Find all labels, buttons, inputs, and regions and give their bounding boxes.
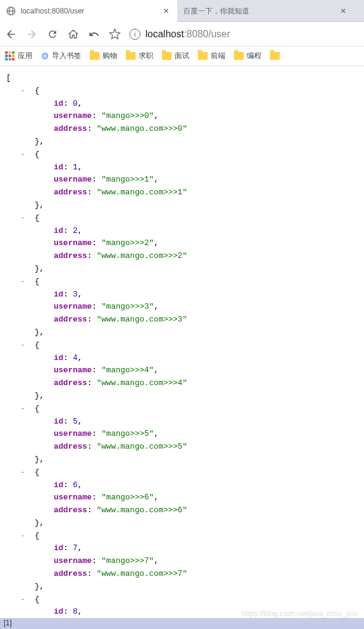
bookmark-label: 购物 [103,51,117,61]
bookmark-folder[interactable]: 编程 [234,51,261,61]
tab-title: 百度一下，你就知道 [183,6,333,17]
apps-icon [5,51,15,61]
undo-icon[interactable] [88,28,100,40]
tab-active[interactable]: localhost:8080/user ✕ [0,0,177,22]
url-host: localhost [145,29,184,39]
import-label: 导入书签 [52,51,81,61]
toolbar: i localhost:8080/user [0,22,364,46]
bookmark-label: 求职 [139,51,153,61]
import-bookmarks[interactable]: ⚙ 导入书签 [41,51,81,62]
folder-icon [270,52,280,60]
status-bar: [1] [0,618,364,629]
folder-icon [90,52,100,60]
tab-strip: localhost:8080/user ✕ 百度一下，你就知道 ✕ [0,0,364,22]
watermark: https://blog.csdn.net/java_miss_you [242,609,358,618]
folder-icon [126,52,136,60]
bookmarks-bar: 应用 ⚙ 导入书签 购物 求职 面试 前端 编程 [0,46,364,66]
bookmark-label: 面试 [175,51,189,61]
tab-inactive[interactable]: 百度一下，你就知道 ✕ [177,0,354,22]
bookmark-label: 编程 [247,51,261,61]
tab-title: localhost:8080/user [21,7,156,15]
bookmark-folder[interactable]: 购物 [90,51,117,61]
close-icon[interactable]: ✕ [338,6,348,16]
apps-button[interactable]: 应用 [5,51,32,61]
gear-icon: ⚙ [41,51,49,62]
bookmark-folder[interactable]: 求职 [126,51,153,61]
url-text: localhost:8080/user [145,29,230,40]
folder-icon [162,52,172,60]
bookmark-label: 前端 [211,51,225,61]
apps-label: 应用 [18,51,32,61]
bookmark-folder[interactable]: 前端 [198,51,225,61]
forward-icon[interactable] [26,28,38,40]
star-icon[interactable] [109,28,121,40]
folder-icon [234,52,244,60]
folder-icon [198,52,208,60]
reload-icon[interactable] [46,28,59,40]
url-bar[interactable]: i localhost:8080/user [129,26,359,43]
info-icon[interactable]: i [129,29,140,40]
back-icon[interactable] [5,28,17,40]
bookmark-folder[interactable]: 面试 [162,51,189,61]
json-viewer: [ - { id: 0, username: "mango>>>0", addr… [0,66,364,625]
globe-icon [6,6,16,16]
bookmark-folder-cut[interactable] [270,52,280,60]
home-icon[interactable] [67,28,79,40]
close-icon[interactable]: ✕ [161,6,171,16]
url-path: /user [208,29,230,39]
url-port: :8080 [184,29,208,39]
